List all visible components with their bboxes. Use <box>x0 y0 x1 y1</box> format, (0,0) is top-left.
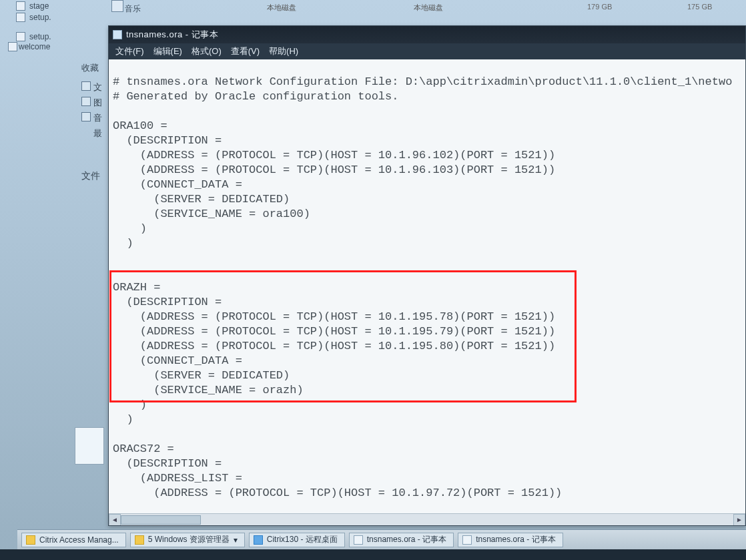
remote-desktop-icon <box>254 535 263 545</box>
taskbar-label: tnsnames.ora - 记事本 <box>367 534 446 545</box>
taskbar-label: Citrix Access Manag... <box>39 535 119 545</box>
start-bar-stub <box>0 549 746 560</box>
screen: stage setup. setup. welcome 音乐 本地磁盘 本地磁盘… <box>0 0 746 560</box>
explorer-item-music[interactable]: 音乐 <box>125 3 141 15</box>
notepad-icon <box>354 535 363 545</box>
chevron-down-icon: ▾ <box>234 535 238 545</box>
taskbar-item-citrix-access[interactable]: Citrix Access Manag... <box>21 533 126 547</box>
explorer-item-localdisk[interactable]: 本地磁盘 <box>267 3 296 13</box>
menu-file[interactable]: 文件(F) <box>115 45 144 57</box>
menu-edit[interactable]: 编辑(E) <box>153 45 182 57</box>
taskbar-label: 5 Windows 资源管理器 <box>148 534 230 545</box>
music-icon <box>81 112 91 121</box>
taskbar-item-explorer-group[interactable]: 5 Windows 资源管理器 ▾ <box>130 533 245 547</box>
menu-format[interactable]: 格式(O) <box>192 45 222 57</box>
desktop-file-stage[interactable]: stage <box>29 1 49 11</box>
menu-view[interactable]: 查看(V) <box>231 45 260 57</box>
folder-icon <box>135 535 144 545</box>
desktop-file-setup2[interactable]: setup. <box>29 32 51 41</box>
file-icon <box>8 42 17 51</box>
scroll-thumb[interactable] <box>121 515 201 525</box>
titlebar[interactable]: tnsnames.ora - 记事本 <box>109 26 745 43</box>
window-title: tnsnames.ora - 记事本 <box>126 29 218 41</box>
horizontal-scrollbar[interactable]: ◄ ► <box>109 513 745 525</box>
taskbar-item-notepad-1[interactable]: tnsnames.ora - 记事本 <box>349 533 454 547</box>
editor-textarea[interactable]: # tnsnames.ora Network Configuration Fil… <box>109 71 745 502</box>
sidebar-files[interactable]: 文件 <box>81 170 100 182</box>
disk-size-175: 175 GB <box>687 3 712 11</box>
notepad-window: tnsnames.ora - 记事本 文件(F) 编辑(E) 格式(O) 查看(… <box>108 25 746 526</box>
editor-wrap: # tnsnames.ora Network Configuration Fil… <box>109 59 745 525</box>
taskbar: Citrix Access Manag... 5 Windows 资源管理器 ▾… <box>17 529 746 549</box>
taskbar-label: Citrix130 - 远程桌面 <box>267 534 338 545</box>
picture-icon <box>81 97 91 106</box>
desktop-file-welcome[interactable]: welcome <box>19 42 50 51</box>
file-icon <box>16 1 25 11</box>
desktop-file-setup[interactable]: setup. <box>29 13 51 22</box>
menubar: 文件(F) 编辑(E) 格式(O) 查看(V) 帮助(H) <box>109 43 745 59</box>
menu-help[interactable]: 帮助(H) <box>269 45 298 57</box>
scroll-right-arrow-icon[interactable]: ► <box>733 514 745 525</box>
sidebar-favorites[interactable]: 收藏 <box>81 62 99 74</box>
file-icon <box>16 13 25 22</box>
taskbar-item-notepad-2[interactable]: tnsnames.ora - 记事本 <box>458 533 563 547</box>
document-icon <box>81 81 91 91</box>
sidebar-music[interactable]: 音 <box>93 112 102 124</box>
taskbar-label: tnsnames.ora - 记事本 <box>476 534 555 545</box>
sidebar-pictures[interactable]: 图 <box>93 97 102 109</box>
disk-size-179: 179 GB <box>587 3 612 11</box>
explorer-item-localdisk2[interactable]: 本地磁盘 <box>414 3 443 13</box>
folder-icon <box>111 0 123 12</box>
taskbar-item-remote-desktop[interactable]: Citrix130 - 远程桌面 <box>249 533 345 547</box>
file-icon <box>16 32 25 41</box>
app-icon <box>26 535 35 545</box>
disk-thumbnail-icon[interactable] <box>75 427 104 465</box>
notepad-icon <box>462 535 472 545</box>
notepad-icon <box>113 30 122 39</box>
sidebar-documents[interactable]: 文 <box>93 81 102 93</box>
scroll-left-arrow-icon[interactable]: ◄ <box>109 514 121 525</box>
sidebar-recent[interactable]: 最 <box>93 127 102 139</box>
